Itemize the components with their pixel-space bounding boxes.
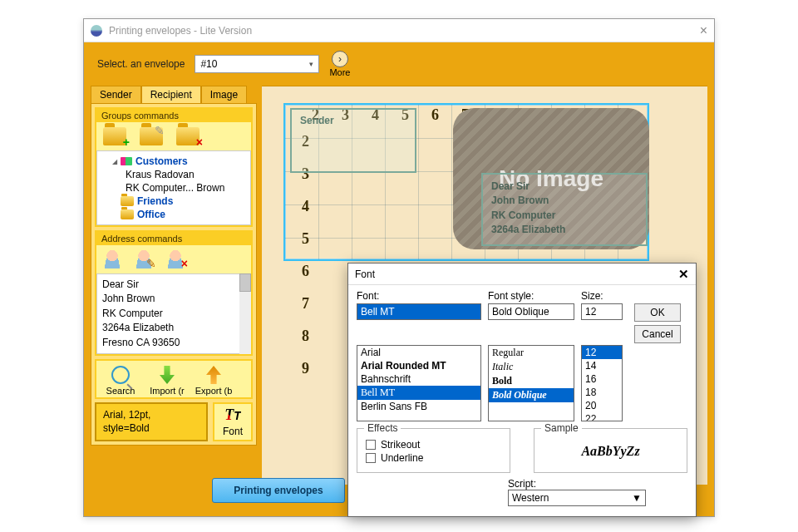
import-button[interactable]: Import (r bbox=[148, 366, 186, 396]
size-option[interactable]: 20 bbox=[582, 399, 622, 412]
font-dialog-titlebar: Font ✕ bbox=[348, 264, 696, 285]
style-option[interactable]: Regular bbox=[489, 346, 574, 360]
add-group-icon[interactable] bbox=[103, 127, 126, 145]
search-import-export-toolbar: Search Import (r Export (b bbox=[95, 359, 253, 399]
more-arrow-icon bbox=[332, 51, 348, 67]
folder-icon bbox=[121, 196, 134, 206]
font-list[interactable]: Arial Arial Rounded MT Bahnschrift Bell … bbox=[357, 345, 481, 421]
edit-group-icon[interactable] bbox=[140, 127, 163, 145]
font-option[interactable]: Arial Rounded MT bbox=[357, 359, 480, 372]
sample-text: AaBbYyZz bbox=[543, 437, 678, 466]
recipient-line: John Brown bbox=[491, 194, 638, 208]
font-option[interactable]: Bahnschrift bbox=[357, 372, 480, 386]
address-scrollbar[interactable] bbox=[239, 273, 251, 354]
cancel-button[interactable]: Cancel bbox=[634, 325, 681, 343]
address-line: Dear Sir bbox=[102, 278, 245, 292]
script-combo[interactable]: Western ▼ bbox=[508, 490, 646, 506]
address-line: Fresno CA 93650 bbox=[102, 336, 245, 350]
font-option[interactable]: Arial bbox=[357, 346, 480, 359]
size-option[interactable]: 16 bbox=[582, 372, 622, 386]
font-dialog-close-button[interactable]: ✕ bbox=[678, 267, 689, 282]
address-commands-panel: Address commands Dear Sir John Brown RK … bbox=[95, 230, 253, 356]
scrollbar-thumb[interactable] bbox=[239, 273, 251, 292]
tree-node-customers[interactable]: ◢ Customers bbox=[102, 155, 245, 168]
tree-item-kraus[interactable]: Kraus Radovan bbox=[102, 168, 245, 181]
address-line: John Brown bbox=[102, 292, 245, 306]
tree-node-friends[interactable]: Friends bbox=[102, 195, 245, 208]
recipient-line: Dear Sir bbox=[491, 180, 638, 194]
effects-label: Effects bbox=[364, 422, 401, 434]
tree-node-office[interactable]: Office bbox=[102, 208, 245, 221]
font-button[interactable]: TT Font bbox=[213, 402, 253, 441]
tab-image[interactable]: Image bbox=[201, 86, 247, 103]
tab-recipient[interactable]: Recipient bbox=[141, 86, 201, 103]
font-dialog-title: Font bbox=[355, 268, 375, 280]
font-button-label: Font bbox=[223, 426, 243, 437]
app-icon bbox=[91, 25, 102, 37]
window-close-button[interactable]: × bbox=[700, 23, 707, 38]
book-icon bbox=[121, 157, 132, 165]
tree-label: RK Computer... Brown bbox=[126, 182, 224, 194]
add-address-icon[interactable] bbox=[103, 250, 121, 268]
ok-button[interactable]: OK bbox=[634, 303, 681, 322]
effects-group: Effects Strikeout Underline bbox=[357, 428, 510, 473]
font-label: Font: bbox=[357, 290, 481, 302]
size-list[interactable]: 12 14 16 18 20 22 24 bbox=[581, 345, 623, 421]
expand-icon[interactable]: ◢ bbox=[112, 158, 117, 165]
tab-sender[interactable]: Sender bbox=[91, 86, 141, 103]
chevron-down-icon: ▼ bbox=[632, 492, 642, 504]
size-option[interactable]: 18 bbox=[582, 386, 622, 399]
size-option[interactable]: 12 bbox=[582, 346, 622, 359]
tree-label: Friends bbox=[137, 195, 173, 207]
font-style-input[interactable] bbox=[488, 303, 574, 320]
address-commands-title: Address commands bbox=[96, 232, 251, 245]
font-option[interactable]: Berlin Sans FB bbox=[357, 400, 480, 413]
printing-envelopes-button[interactable]: Printing envelopes bbox=[212, 478, 345, 503]
font-option[interactable]: Bell MT bbox=[357, 386, 480, 400]
window-title: Printing envelopes - Lite Version bbox=[109, 25, 700, 37]
style-option[interactable]: Bold bbox=[489, 374, 574, 388]
tabs: Sender Recipient Image bbox=[91, 86, 257, 103]
strikeout-checkbox[interactable]: Strikeout bbox=[366, 439, 501, 451]
size-option[interactable]: 22 bbox=[582, 412, 622, 421]
titlebar: Printing envelopes - Lite Version × bbox=[84, 19, 714, 42]
sample-label: Sample bbox=[541, 422, 582, 434]
folder-icon bbox=[121, 209, 134, 219]
font-style-label: Font style: bbox=[488, 290, 574, 302]
tree-label: Customers bbox=[135, 155, 188, 167]
edit-address-icon[interactable] bbox=[135, 250, 153, 268]
envelope-combo[interactable]: #10 ▾ bbox=[195, 55, 319, 73]
delete-address-icon[interactable] bbox=[166, 250, 185, 268]
checkbox-icon bbox=[366, 453, 376, 463]
search-button[interactable]: Search bbox=[101, 366, 140, 396]
script-label: Script: bbox=[508, 478, 687, 490]
size-input[interactable] bbox=[581, 303, 623, 320]
delete-group-icon[interactable] bbox=[176, 127, 200, 145]
address-list[interactable]: Dear Sir John Brown RK Computer 3264a El… bbox=[96, 273, 251, 354]
style-option[interactable]: Italic bbox=[489, 360, 574, 374]
size-option[interactable]: 14 bbox=[582, 359, 622, 372]
chevron-down-icon: ▾ bbox=[309, 60, 313, 68]
sample-group: Sample AaBbYyZz bbox=[534, 428, 687, 473]
recipient-box[interactable]: Dear Sir John Brown RK Computer 3264a El… bbox=[481, 173, 648, 246]
checkbox-icon bbox=[366, 440, 376, 450]
style-list[interactable]: Regular Italic Bold Bold Oblique bbox=[488, 345, 574, 421]
tree-label: Office bbox=[137, 209, 165, 220]
style-option[interactable]: Bold Oblique bbox=[489, 388, 574, 402]
top-row: Select. an envelope #10 ▾ More bbox=[84, 42, 714, 86]
export-label: Export (b bbox=[195, 386, 233, 396]
export-button[interactable]: Export (b bbox=[195, 366, 233, 396]
script-value: Western bbox=[512, 492, 549, 504]
groups-tree[interactable]: ◢ Customers Kraus Radovan RK Computer...… bbox=[96, 150, 251, 225]
font-dialog: Font ✕ Font: Font style: Size: OK Cancel… bbox=[347, 263, 697, 517]
font-icon: TT bbox=[224, 406, 241, 424]
more-button[interactable]: More bbox=[329, 51, 350, 77]
left-panel: Groups commands ◢ Customers Kraus Radova… bbox=[91, 103, 257, 446]
more-label: More bbox=[329, 67, 350, 77]
tree-item-rk[interactable]: RK Computer... Brown bbox=[102, 181, 245, 195]
recipient-line: 3264a Elizabeth bbox=[491, 223, 638, 237]
groups-commands-title: Groups commands bbox=[96, 109, 251, 122]
underline-checkbox[interactable]: Underline bbox=[366, 452, 501, 464]
font-input[interactable] bbox=[357, 303, 481, 320]
sender-box[interactable]: Sender bbox=[290, 108, 416, 173]
